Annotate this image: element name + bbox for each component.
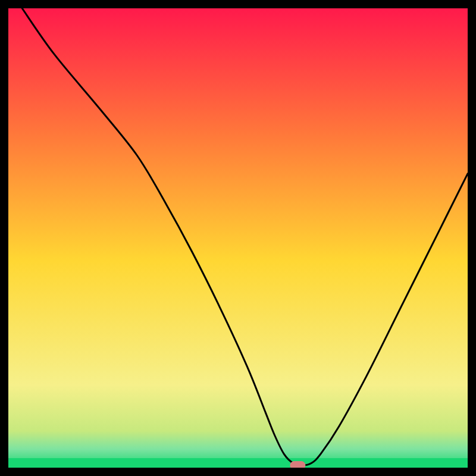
chart-frame: TheBottleneck.com xyxy=(8,8,468,468)
bottom-band xyxy=(8,458,468,468)
bottleneck-chart xyxy=(8,8,468,468)
optimal-marker xyxy=(290,461,305,468)
gradient-background xyxy=(8,8,468,468)
